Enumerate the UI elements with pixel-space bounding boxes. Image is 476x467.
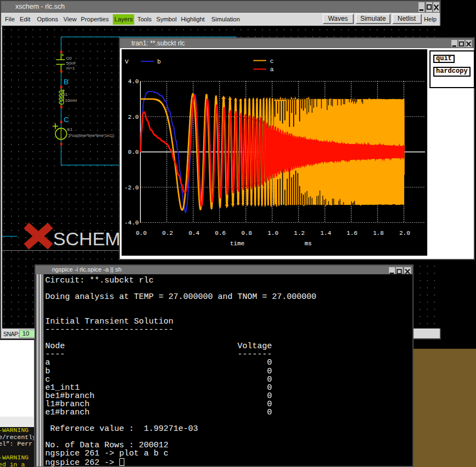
svg-text:0.6: 0.6	[215, 230, 226, 237]
svg-text:2.0: 2.0	[128, 114, 139, 120]
svg-text:SCHEM: SCHEM	[53, 228, 121, 249]
svg-text:10mH: 10mH	[65, 98, 77, 103]
svg-text:1.4: 1.4	[320, 230, 331, 237]
svg-text:1.0: 1.0	[267, 230, 278, 237]
svg-text:time: time	[230, 240, 244, 247]
svg-text:-4.0: -4.0	[124, 220, 139, 226]
svg-text:0.8: 0.8	[241, 230, 252, 237]
svg-text:1.2: 1.2	[294, 230, 305, 237]
svg-text:0.0: 0.0	[136, 230, 147, 237]
svg-text:E1: E1	[67, 127, 73, 132]
svg-text:1.6: 1.6	[347, 230, 358, 237]
svg-text:'3*cos(time*time*time*1e11): '3*cos(time*time*time*1e11)	[68, 134, 114, 138]
svg-text:a: a	[270, 66, 274, 73]
svg-text:4.0: 4.0	[128, 78, 139, 85]
svg-text:0.2: 0.2	[162, 230, 173, 237]
svg-text:0.4: 0.4	[188, 230, 199, 237]
svg-text:m=1: m=1	[66, 66, 75, 71]
svg-text:b: b	[157, 59, 161, 65]
svg-text:0.0: 0.0	[128, 149, 139, 155]
svg-text:C0: C0	[66, 56, 72, 61]
svg-text:50nF: 50nF	[66, 61, 76, 66]
svg-text:C: C	[64, 116, 69, 124]
svg-text:ms: ms	[305, 240, 312, 247]
svg-text:l1: l1	[64, 92, 68, 97]
svg-text:V: V	[125, 59, 129, 65]
svg-text:B: B	[64, 78, 68, 86]
svg-text:1.8: 1.8	[373, 230, 384, 237]
svg-text:2.0: 2.0	[399, 230, 410, 237]
svg-text:c: c	[270, 58, 274, 65]
svg-text:-2.0: -2.0	[124, 185, 139, 191]
